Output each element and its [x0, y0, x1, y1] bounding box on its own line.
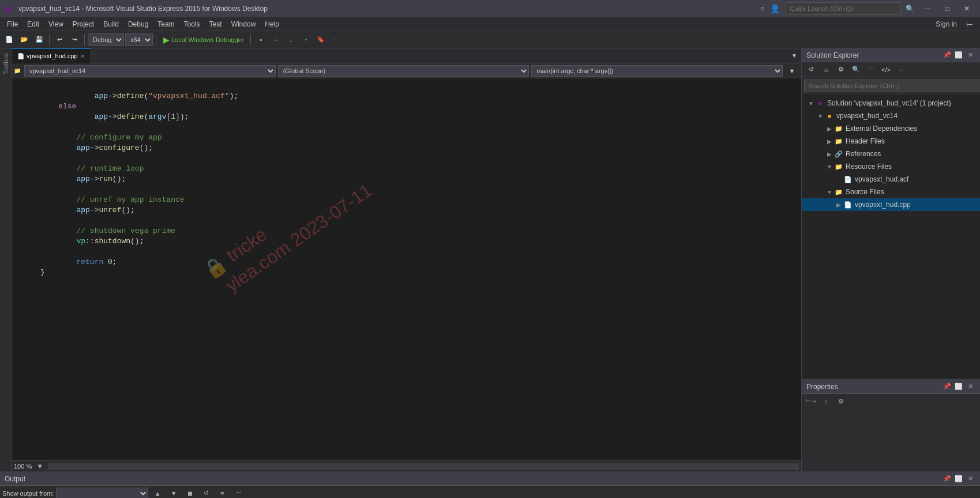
main-area: Toolbox 📄 vpvapsxt_hud.cpp ✕ ▼ 📁 vpvapsx…	[0, 48, 980, 471]
tree-header-files[interactable]: ▶ 📁 Header Files	[802, 135, 980, 148]
output-btn5[interactable]: ≡	[215, 486, 229, 499]
toolbox-sidebar: Toolbox	[0, 48, 12, 471]
output-pin-btn[interactable]: 📌	[942, 474, 952, 484]
output-float-btn[interactable]: ⬜	[953, 474, 964, 484]
props-title: Properties	[806, 383, 838, 391]
se-btn1[interactable]: ↺	[804, 63, 818, 77]
nav-scope-dropdown[interactable]: (Global Scope)	[278, 65, 530, 77]
menu-view[interactable]: View	[44, 17, 68, 31]
output-close-btn[interactable]: ✕	[965, 474, 975, 484]
props-settings-btn[interactable]: ⚙	[834, 394, 848, 408]
toolbox-label[interactable]: Toolbox	[2, 51, 9, 77]
se-close-btn[interactable]: ✕	[965, 50, 975, 61]
se-btn5[interactable]: ⋯	[864, 63, 878, 77]
code-line	[12, 81, 801, 91]
props-pin-btn[interactable]: 📌	[942, 382, 952, 392]
tree-project[interactable]: ▼ ■ vpvapsxt_hud_vc14	[802, 110, 980, 122]
editor-bottom-bar: 100 % ▼	[12, 460, 801, 471]
props-grid-btn[interactable]: ⊢⊣	[804, 394, 818, 408]
tb-breakpoint[interactable]: •	[254, 33, 268, 47]
sep1	[49, 34, 50, 46]
nav-file-dropdown[interactable]: vpvapsxt_hud_vc14	[24, 65, 276, 77]
code-line	[12, 153, 801, 164]
tree-acf-file[interactable]: 📄 vpvapsxt_hud.acf	[802, 173, 980, 186]
code-line: // runtime loop	[12, 164, 801, 174]
run-label: Local Windows Debugger	[171, 36, 243, 43]
minimize-button[interactable]: ─	[919, 2, 936, 15]
tb-stepover[interactable]: →	[269, 33, 283, 47]
output-btn6[interactable]: ⋯	[231, 486, 245, 499]
code-editor[interactable]: 🔒 tricke ylea.com 2023-07-11 app->define…	[12, 78, 801, 460]
tb-more[interactable]: ⋯	[329, 33, 343, 47]
menu-team[interactable]: Team	[153, 17, 179, 31]
title-text: vpvapsxt_hud_vc14 - Microsoft Visual Stu…	[18, 5, 756, 13]
output-btn1[interactable]: ▲	[151, 486, 164, 499]
search-icon: 🔍	[906, 5, 914, 13]
sep2	[84, 34, 85, 46]
tree-external-deps[interactable]: ▶ 📁 External Dependencies	[802, 122, 980, 135]
scroll-slider[interactable]	[48, 463, 799, 470]
nav-func-dropdown[interactable]: main(int argc, char * argv[])	[531, 65, 783, 77]
menu-build[interactable]: Build	[99, 17, 123, 31]
tb-save-all[interactable]: 💾	[32, 33, 46, 47]
tree-references[interactable]: ▶ 🔗 References	[802, 148, 980, 160]
se-btn4[interactable]: 🔍	[849, 63, 863, 77]
solution-explorer-header: Solution Explorer 📌 ⬜ ✕	[802, 48, 980, 62]
se-pin-btn[interactable]: 📌	[942, 50, 952, 61]
menu-debug[interactable]: Debug	[123, 17, 153, 31]
tb-bookmark[interactable]: 🔖	[314, 33, 328, 47]
menu-edit[interactable]: Edit	[22, 17, 44, 31]
platform-dropdown[interactable]: x64	[125, 33, 153, 46]
debug-config-dropdown[interactable]: Debug	[88, 33, 124, 46]
props-float-btn[interactable]: ⬜	[953, 382, 964, 392]
tab-close-btn[interactable]: ✕	[80, 53, 85, 59]
se-btn3[interactable]: ⚙	[834, 63, 848, 77]
tb-redo[interactable]: ↪	[67, 33, 81, 47]
menu-file[interactable]: File	[2, 17, 22, 31]
output-from-label: Show output from:	[2, 490, 54, 497]
tree-source-files[interactable]: ▼ 📁 Source Files	[802, 186, 980, 198]
menu-window[interactable]: Window	[227, 17, 261, 31]
tab-cpp[interactable]: 📄 vpvapsxt_hud.cpp ✕	[12, 48, 91, 63]
props-sort-btn[interactable]: ↕	[819, 394, 833, 408]
code-line: app->run();	[12, 174, 801, 184]
solution-explorer-search[interactable]	[804, 80, 980, 92]
output-btn4[interactable]: ↺	[199, 486, 213, 499]
se-float-btn[interactable]: ⬜	[953, 50, 964, 61]
code-line: // unref my app instance	[12, 195, 801, 205]
menu-test[interactable]: Test	[205, 17, 227, 31]
quick-launch-input[interactable]	[786, 2, 901, 15]
menu-tools[interactable]: Tools	[179, 17, 205, 31]
code-line	[12, 216, 801, 226]
editor-nav-expand[interactable]: ▼	[785, 64, 799, 78]
output-toolbar: Show output from: ▲ ▼ ⏹ ↺ ≡ ⋯	[0, 486, 980, 498]
se-code-btn[interactable]: </>	[879, 63, 893, 77]
tree-cpp-file[interactable]: ▶ 📄 vpvapsxt_hud.cpp	[802, 198, 980, 211]
tb-open[interactable]: 📂	[17, 33, 31, 47]
se-collapse-btn[interactable]: −	[894, 63, 908, 77]
se-btn2[interactable]: ⌂	[819, 63, 833, 77]
output-btn2[interactable]: ▼	[167, 486, 181, 499]
tab-list-btn[interactable]: ▼	[787, 49, 801, 63]
output-btn3[interactable]: ⏹	[183, 486, 197, 499]
nav-left-icon: 📁	[14, 67, 21, 74]
zoom-dropdown-icon[interactable]: ▼	[36, 462, 43, 470]
tree-label-header-files: Header Files	[846, 137, 885, 145]
tree-label-resource-files: Resource Files	[846, 163, 892, 171]
code-line: app->define(argv[1]);	[12, 112, 801, 122]
tb-new[interactable]: 📄	[2, 33, 16, 47]
output-header: Output 📌 ⬜ ✕	[0, 472, 980, 486]
output-from-select[interactable]	[56, 488, 148, 499]
props-close-btn[interactable]: ✕	[965, 382, 975, 392]
run-button[interactable]: ▶ Local Windows Debugger	[159, 33, 247, 46]
menu-project[interactable]: Project	[68, 17, 99, 31]
menu-help[interactable]: Help	[260, 17, 284, 31]
tree-solution[interactable]: ▼ ■ Solution 'vpvapsxt_hud_vc14' (1 proj…	[802, 97, 980, 110]
tb-stepout[interactable]: ↑	[299, 33, 313, 47]
maximize-button[interactable]: □	[938, 2, 956, 15]
close-button[interactable]: ✕	[958, 2, 975, 15]
sign-in-link[interactable]: Sign in	[931, 19, 962, 29]
tb-undo[interactable]: ↩	[52, 33, 66, 47]
tb-stepin[interactable]: ↓	[284, 33, 298, 47]
tree-resource-files[interactable]: ▼ 📁 Resource Files	[802, 160, 980, 173]
